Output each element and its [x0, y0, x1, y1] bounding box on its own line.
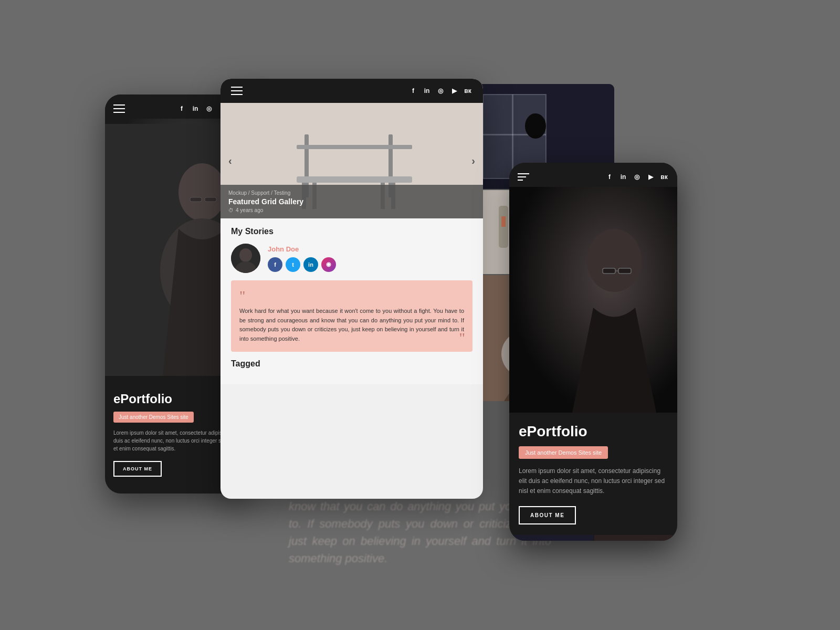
- tablet-breadcrumb: Mockup / Support / Testing: [228, 190, 475, 196]
- right-phone-header: f in ◎ ▶ вк: [509, 163, 677, 187]
- stories-section-title: My Stories: [231, 227, 472, 236]
- tablet-linkedin-icon[interactable]: in: [422, 86, 432, 96]
- svg-rect-4: [205, 197, 216, 202]
- author-facebook-icon[interactable]: f: [268, 257, 282, 272]
- svg-point-1: [178, 163, 226, 221]
- right-phone-hero: [509, 187, 677, 413]
- avatar-silhouette: [231, 244, 260, 273]
- tablet-caption-title: Featured Grid Gallery: [228, 197, 475, 206]
- author-social-links: f t in ◉: [268, 257, 336, 272]
- bottom-photo-window: [509, 535, 593, 541]
- clock-icon: ⏱: [228, 207, 234, 213]
- slider-next-button[interactable]: ›: [466, 150, 480, 172]
- right-phone-instagram-icon[interactable]: ◎: [632, 172, 642, 182]
- right-phone-tagline: Just another Demos Sites site: [519, 446, 608, 459]
- tablet-hero-slider: ‹ › Mockup / Support / Testing Featured …: [220, 103, 483, 218]
- tablet-vk-icon[interactable]: вк: [463, 86, 472, 96]
- right-phone-hero-svg: [509, 187, 677, 413]
- tablet-youtube-icon[interactable]: ▶: [449, 86, 459, 96]
- svg-rect-40: [618, 268, 631, 274]
- tablet-hero-caption: Mockup / Support / Testing Featured Grid…: [220, 185, 483, 218]
- svg-point-38: [587, 229, 642, 292]
- right-phone-facebook-icon[interactable]: f: [605, 172, 614, 182]
- svg-point-15: [239, 248, 252, 262]
- author-row: John Doe f t in ◉: [231, 244, 472, 273]
- right-phone-social-icons: f in ◎ ▶ вк: [605, 172, 669, 182]
- svg-rect-39: [603, 268, 615, 274]
- center-tablet-mockup: f in ◎ ▶ вк: [220, 79, 483, 499]
- svg-rect-3: [190, 197, 202, 202]
- quote-open-mark: ": [239, 289, 464, 303]
- right-phone-title: ePortfolio: [519, 423, 668, 440]
- right-phone-content: ePortfolio Just another Demos Sites site…: [509, 413, 677, 535]
- quote-text: Work hard for what you want because it w…: [239, 307, 464, 343]
- right-phone-mockup: f in ◎ ▶ вк: [509, 163, 677, 541]
- tablet-main-content: My Stories John Doe f t in ◉: [220, 218, 483, 384]
- tagged-section: Tagged: [231, 359, 472, 369]
- tablet-caption-date: ⏱ 4 years ago: [228, 207, 475, 213]
- instagram-icon[interactable]: ◎: [204, 104, 214, 113]
- svg-rect-9: [297, 176, 412, 183]
- author-linkedin-icon[interactable]: in: [303, 257, 318, 272]
- svg-rect-28: [501, 216, 506, 227]
- scene-container: f in ◎ ▶ вк: [105, 79, 735, 551]
- right-phone-description: Lorem ipsum dolor sit amet, consectetur …: [519, 466, 668, 497]
- author-avatar: [231, 244, 260, 273]
- hamburger-icon[interactable]: [113, 104, 125, 113]
- left-phone-about-button[interactable]: ABOUT ME: [113, 461, 162, 477]
- right-phone-youtube-icon[interactable]: ▶: [646, 172, 655, 182]
- slider-prev-button[interactable]: ‹: [223, 150, 237, 172]
- bottom-photo-2-svg: [594, 535, 677, 541]
- svg-point-21: [525, 113, 546, 139]
- facebook-icon[interactable]: f: [177, 104, 186, 113]
- svg-rect-19: [512, 94, 513, 178]
- tablet-hamburger-icon[interactable]: [231, 87, 243, 95]
- tagged-title: Tagged: [231, 359, 472, 369]
- left-phone-tagline: Just another Demos Sites site: [113, 412, 194, 423]
- tablet-social-icons: f in ◎ ▶ вк: [408, 86, 472, 96]
- svg-rect-8: [297, 145, 412, 149]
- right-phone-vk-icon[interactable]: вк: [659, 172, 669, 182]
- right-phone-hamburger-icon[interactable]: [518, 173, 529, 181]
- author-instagram-icon[interactable]: ◉: [321, 257, 336, 272]
- svg-rect-42: [509, 535, 593, 541]
- quote-close-mark: ": [459, 330, 465, 346]
- author-name-label: John Doe: [268, 245, 336, 253]
- right-phone-about-button[interactable]: ABOUT ME: [519, 506, 576, 524]
- svg-rect-47: [594, 535, 677, 541]
- tablet-instagram-icon[interactable]: ◎: [436, 86, 445, 96]
- linkedin-icon[interactable]: in: [191, 104, 200, 113]
- author-twitter-icon[interactable]: t: [286, 257, 300, 272]
- author-details: John Doe f t in ◉: [268, 245, 336, 272]
- quote-block: " Work hard for what you want because it…: [231, 280, 472, 352]
- bottom-photo-person: [593, 535, 677, 541]
- bottom-photo-1-svg: [509, 535, 593, 541]
- right-phone-linkedin-icon[interactable]: in: [618, 172, 628, 182]
- tablet-facebook-icon[interactable]: f: [408, 86, 418, 96]
- right-phone-bottom-photos: [509, 535, 677, 541]
- tablet-header: f in ◎ ▶ вк: [220, 79, 483, 103]
